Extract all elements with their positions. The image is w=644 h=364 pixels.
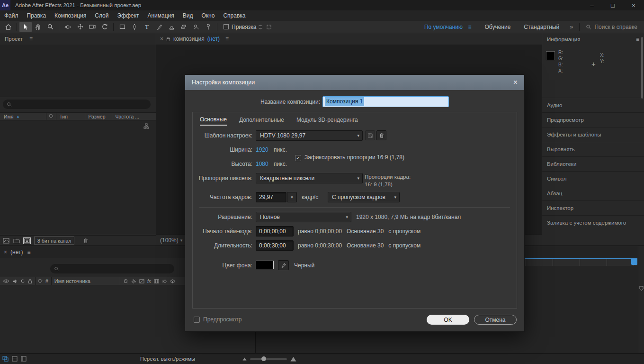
quality-icon[interactable] (139, 279, 144, 284)
shy-icon[interactable] (123, 279, 128, 284)
fx-icon[interactable]: fx (147, 279, 151, 284)
comp-tab-label[interactable]: композиция (173, 36, 205, 42)
lock-icon[interactable] (166, 36, 170, 42)
comp-marker-bin-icon[interactable] (639, 286, 644, 291)
resolution-select[interactable]: Полное ▾ (256, 212, 351, 222)
modes-pane-icon[interactable] (12, 356, 18, 362)
zoom-out-mountain-icon[interactable] (242, 357, 247, 361)
project-panel-title[interactable]: Проект (5, 36, 23, 42)
menu-file[interactable]: Файл (0, 10, 23, 21)
motion-blur-icon[interactable] (162, 279, 167, 284)
info-panel-menu-icon[interactable]: ≡ (636, 36, 639, 43)
column-type[interactable]: Тип (56, 114, 85, 119)
zoom-slider-handle[interactable] (261, 356, 266, 361)
tab-3d-renderer[interactable]: Модуль 3D-рендеринга (296, 117, 358, 125)
bg-color-swatch[interactable] (256, 261, 274, 269)
pixel-aspect-select[interactable]: Квадратные пиксели ▾ (256, 173, 363, 183)
workspace-learn[interactable]: Обучение (484, 24, 510, 30)
project-panel-menu-icon[interactable]: ≡ (29, 36, 33, 42)
preview-checkbox[interactable] (194, 317, 200, 323)
solo-icon[interactable] (20, 279, 25, 283)
layer-number-column[interactable]: # (45, 278, 48, 284)
eyedropper-button[interactable] (278, 260, 289, 270)
comp-panel-menu-icon[interactable]: ≡ (225, 36, 229, 42)
brush-tool[interactable] (153, 22, 165, 32)
project-search-input[interactable] (3, 100, 151, 109)
type-tool[interactable]: T (141, 22, 153, 32)
tab-basic[interactable]: Основные (200, 116, 227, 126)
column-size[interactable]: Размер (85, 114, 112, 119)
cancel-button[interactable]: Отмена (474, 315, 517, 325)
zoom-in-mountain-icon[interactable] (290, 356, 296, 362)
dolly-camera-tool[interactable] (86, 22, 98, 32)
time-navigator-handle[interactable] (631, 258, 637, 265)
menu-help[interactable]: Справка (219, 10, 250, 21)
frame-rate-dropdown-button[interactable]: ▾ (287, 192, 297, 202)
puppet-pin-tool[interactable] (202, 22, 215, 32)
project-flowchart-icon[interactable] (143, 123, 149, 129)
panel-tab-libraries[interactable]: Библиотеки (542, 156, 644, 171)
lock-icon[interactable] (28, 279, 32, 284)
dialog-titlebar[interactable]: Настройки композиции × (185, 75, 524, 90)
source-name-column[interactable]: Имя источника (54, 278, 90, 284)
info-panel-title[interactable]: Информация (547, 36, 580, 42)
comp-name-input[interactable]: Композиция 1 (322, 96, 449, 107)
frame-blend-icon[interactable] (154, 279, 159, 284)
dialog-close-icon[interactable]: × (513, 78, 518, 87)
zoom-slider-track[interactable] (250, 358, 287, 360)
rectangle-tool[interactable] (116, 22, 128, 32)
collapse-transforms-icon[interactable] (131, 279, 136, 284)
3d-layer-icon[interactable] (170, 279, 175, 284)
duration-input[interactable]: 0;00;30;00 (256, 240, 294, 251)
rotation-tool[interactable] (98, 22, 111, 32)
height-value[interactable]: 1080 (256, 161, 268, 167)
menu-animation[interactable]: Анимация (143, 10, 178, 21)
delete-preset-button[interactable] (376, 130, 386, 140)
panel-tab-audio[interactable]: Аудио (542, 98, 644, 112)
clone-stamp-tool[interactable] (165, 22, 178, 32)
lock-aspect-checkbox[interactable]: ✓ (295, 155, 301, 161)
tab-close-icon[interactable]: × (4, 249, 7, 255)
panel-tab-character[interactable]: Символ (542, 171, 644, 186)
menu-window[interactable]: Окно (197, 10, 219, 21)
frame-rate-input[interactable]: 29,97 (256, 192, 286, 202)
audio-speaker-icon[interactable] (12, 279, 18, 284)
panel-tab-align[interactable]: Выровнять (542, 142, 644, 156)
panel-tab-paragraph[interactable]: Абзац (542, 186, 644, 200)
help-search[interactable]: Поиск в справке (586, 24, 637, 30)
tab-close-icon[interactable]: × (160, 36, 163, 42)
close-button[interactable]: × (623, 0, 644, 10)
pen-tool[interactable] (128, 22, 141, 32)
sort-ascending-icon[interactable]: ▲ (16, 115, 19, 118)
menu-layer[interactable]: Слой (90, 10, 113, 21)
bit-depth-button[interactable]: 8 бит на канал (34, 237, 74, 245)
column-framerate[interactable]: Частота ... (112, 114, 142, 119)
workspace-menu-icon[interactable]: ≡ (468, 24, 471, 30)
start-timecode-input[interactable]: 0;00;00;00 (256, 226, 294, 237)
zoom-tool[interactable] (44, 22, 56, 32)
snapping-checkbox[interactable] (224, 24, 229, 29)
timeline-tab-label[interactable]: (нет) (10, 249, 23, 255)
menu-edit[interactable]: Правка (23, 10, 51, 21)
roto-brush-tool[interactable] (190, 22, 202, 32)
workspace-standard[interactable]: Стандартный (524, 24, 559, 30)
label-color-column-icon[interactable] (38, 279, 43, 283)
maximize-button[interactable]: □ (602, 0, 623, 10)
snap-settings-icon[interactable] (265, 22, 273, 32)
workspace-default[interactable]: По умолчанию ≡ (424, 24, 472, 30)
workspace-overflow-icon[interactable]: » (570, 23, 573, 30)
menu-view[interactable]: Вид (179, 10, 197, 21)
selection-tool[interactable] (19, 22, 32, 32)
column-name[interactable]: Имя (0, 114, 13, 119)
scrollbar-thumb[interactable] (641, 37, 643, 99)
orbit-camera-tool[interactable] (62, 22, 74, 32)
label-color-column-icon[interactable] (46, 114, 56, 118)
snap-options-icon[interactable] (256, 22, 265, 32)
timeline-panel-menu-icon[interactable]: ≡ (27, 249, 30, 255)
pan-camera-tool[interactable] (74, 22, 86, 32)
home-button[interactable] (2, 22, 14, 32)
timeline-search-input[interactable] (50, 264, 174, 273)
save-preset-button[interactable] (365, 130, 375, 140)
layers-pane-icon[interactable] (2, 356, 9, 362)
zoom-level-select[interactable]: (100%) (160, 237, 179, 244)
